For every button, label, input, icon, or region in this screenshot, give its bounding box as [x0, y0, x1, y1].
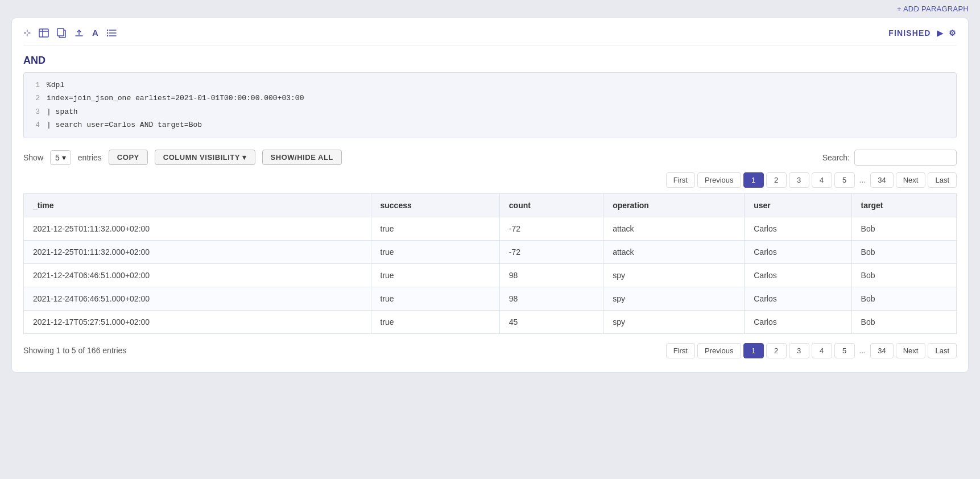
code-line-2: 2 index=join_json_one earliest=2021-01-0… [32, 92, 948, 105]
line-code-1: %dpl [47, 79, 64, 92]
next-button-top[interactable]: Next [896, 172, 926, 188]
page-3-button-top[interactable]: 3 [789, 172, 809, 188]
cell-count: -72 [499, 217, 603, 240]
line-num-2: 2 [32, 92, 40, 105]
page-5-button-bottom[interactable]: 5 [834, 343, 855, 358]
entries-select[interactable]: 5 ▾ [50, 150, 71, 165]
col-header-time: _time [24, 193, 371, 217]
page-3-button-bottom[interactable]: 3 [789, 343, 809, 358]
list-icon[interactable] [106, 28, 117, 38]
cell-target: Bob [851, 217, 956, 240]
pagination-bottom: First Previous 1 2 3 4 5 ... 34 Next Las… [666, 343, 957, 358]
main-card: ⊹ A [11, 18, 969, 373]
toolbar-left: ⊹ A [23, 27, 117, 38]
data-table: _time success count operation user targe… [23, 193, 957, 334]
cell-user: Carlos [745, 240, 851, 263]
bottom-row: Showing 1 to 5 of 166 entries First Prev… [23, 343, 957, 358]
col-header-operation: operation [603, 193, 745, 217]
cell-time: 2021-12-25T01:11:32.000+02:00 [24, 240, 371, 263]
cell-count: 45 [499, 310, 603, 333]
page-2-button-bottom[interactable]: 2 [766, 343, 787, 358]
table-row: 2021-12-24T06:46:51.000+02:00 true 98 sp… [24, 287, 957, 310]
cell-count: 98 [499, 263, 603, 287]
cell-count: 98 [499, 287, 603, 310]
add-paragraph-button[interactable]: + ADD PARAGRAPH [897, 5, 969, 13]
cell-operation: spy [603, 287, 745, 310]
col-vis-dropdown-icon: ▾ [242, 153, 247, 162]
svg-rect-4 [57, 28, 64, 36]
move-icon[interactable]: ⊹ [23, 27, 31, 38]
search-label: Search: [822, 153, 850, 162]
table-row: 2021-12-25T01:11:32.000+02:00 true -72 a… [24, 240, 957, 263]
toolbar: ⊹ A [23, 27, 957, 46]
previous-button-top[interactable]: Previous [697, 172, 741, 188]
top-bar: + ADD PARAGRAPH [0, 0, 980, 18]
toolbar-right: FINISHED ▶ ⚙ [888, 28, 957, 38]
last-button-top[interactable]: Last [928, 172, 957, 188]
column-visibility-button[interactable]: COLUMN VISIBILITY ▾ [155, 150, 255, 165]
line-num-3: 3 [32, 105, 40, 118]
upload-icon[interactable] [74, 28, 84, 38]
search-input[interactable] [854, 150, 957, 166]
gear-button[interactable]: ⚙ [949, 28, 957, 38]
page-34-button-top[interactable]: 34 [870, 172, 893, 188]
page-5-button-top[interactable]: 5 [834, 172, 855, 188]
col-header-count: count [499, 193, 603, 217]
table-row: 2021-12-25T01:11:32.000+02:00 true -72 a… [24, 217, 957, 240]
next-button-bottom[interactable]: Next [896, 343, 926, 358]
svg-point-9 [107, 32, 108, 33]
table-controls: Show 5 ▾ entries COPY COLUMN VISIBILITY … [23, 150, 957, 166]
page-1-button-top[interactable]: 1 [743, 172, 764, 188]
line-code-2: index=join_json_one earliest=2021-01-01T… [47, 92, 304, 105]
show-label: Show [23, 153, 43, 162]
header-row: _time success count operation user targe… [24, 193, 957, 217]
line-code-3: | spath [47, 105, 78, 118]
cell-success: true [371, 217, 499, 240]
section-title: AND [23, 55, 957, 67]
cell-target: Bob [851, 310, 956, 333]
page-2-button-top[interactable]: 2 [766, 172, 787, 188]
cell-operation: spy [603, 310, 745, 333]
cell-user: Carlos [745, 263, 851, 287]
code-line-1: 1 %dpl [32, 79, 948, 92]
column-visibility-label: COLUMN VISIBILITY [163, 153, 240, 162]
show-hide-all-button[interactable]: SHOW/HIDE ALL [262, 150, 342, 165]
cell-target: Bob [851, 240, 956, 263]
page-dots-bottom: ... [857, 346, 869, 355]
col-header-target: target [851, 193, 956, 217]
dropdown-arrow-icon: ▾ [62, 153, 66, 162]
entries-label: entries [78, 153, 102, 162]
svg-rect-0 [39, 29, 48, 37]
cell-count: -72 [499, 240, 603, 263]
last-button-bottom[interactable]: Last [928, 343, 957, 358]
cell-user: Carlos [745, 217, 851, 240]
table-body: 2021-12-25T01:11:32.000+02:00 true -72 a… [24, 217, 957, 333]
copy-button[interactable]: COPY [109, 150, 148, 165]
cell-success: true [371, 287, 499, 310]
page-4-button-top[interactable]: 4 [812, 172, 832, 188]
cell-time: 2021-12-24T06:46:51.000+02:00 [24, 287, 371, 310]
entries-value: 5 [55, 153, 60, 162]
page-34-button-bottom[interactable]: 34 [870, 343, 893, 358]
first-button-bottom[interactable]: First [666, 343, 695, 358]
cell-target: Bob [851, 287, 956, 310]
previous-button-bottom[interactable]: Previous [697, 343, 741, 358]
page-1-button-bottom[interactable]: 1 [743, 343, 764, 358]
cell-user: Carlos [745, 287, 851, 310]
line-num-4: 4 [32, 118, 40, 131]
svg-point-10 [107, 35, 108, 36]
text-icon[interactable]: A [92, 28, 98, 38]
pagination-top: First Previous 1 2 3 4 5 ... 34 Next Las… [23, 172, 957, 188]
copy-icon[interactable] [57, 28, 66, 38]
code-block: 1 %dpl 2 index=join_json_one earliest=20… [23, 72, 957, 138]
page-dots-top: ... [857, 175, 869, 184]
svg-point-8 [107, 29, 108, 30]
code-line-3: 3 | spath [32, 105, 948, 118]
page-4-button-bottom[interactable]: 4 [812, 343, 832, 358]
cell-success: true [371, 310, 499, 333]
table-icon[interactable] [39, 28, 49, 38]
col-header-user: user [745, 193, 851, 217]
cell-operation: spy [603, 263, 745, 287]
play-button[interactable]: ▶ [937, 28, 944, 38]
first-button-top[interactable]: First [666, 172, 695, 188]
